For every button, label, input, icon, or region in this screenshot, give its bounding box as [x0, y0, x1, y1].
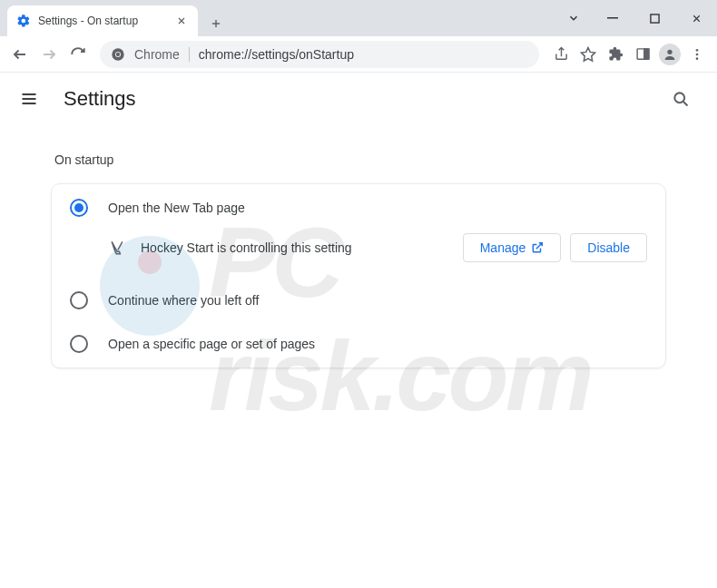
page-title: Settings [64, 87, 646, 111]
svg-rect-7 [643, 49, 648, 59]
radio-selected-icon[interactable] [70, 199, 88, 217]
extension-buttons: Manage Disable [463, 233, 647, 262]
sidepanel-button[interactable] [630, 42, 655, 67]
svg-point-11 [696, 57, 699, 60]
avatar-icon [659, 44, 681, 65]
tab-search-button[interactable] [555, 0, 592, 36]
chrome-logo-icon [111, 47, 125, 62]
svg-rect-0 [607, 17, 618, 19]
share-button[interactable] [548, 42, 574, 67]
svg-point-10 [696, 53, 699, 55]
option-label: Open the New Tab page [108, 201, 245, 215]
tab-strip: Settings - On startup [0, 0, 555, 36]
back-button[interactable] [7, 42, 33, 67]
startup-options-card: Open the New Tab page Hockey Start is co… [51, 183, 666, 368]
option-label: Open a specific page or set of pages [108, 337, 315, 351]
svg-point-4 [116, 52, 120, 55]
settings-header: Settings [0, 73, 717, 125]
omnibox-divider [189, 47, 190, 62]
option-new-tab[interactable]: Open the New Tab page [52, 186, 665, 230]
reload-button[interactable] [65, 42, 91, 67]
manage-button-label: Manage [480, 240, 526, 255]
svg-point-15 [674, 93, 684, 103]
external-link-icon [531, 241, 544, 254]
window-close-button[interactable] [675, 0, 717, 36]
svg-point-8 [667, 49, 672, 54]
gear-icon [16, 14, 31, 28]
chrome-menu-button[interactable] [684, 42, 710, 67]
search-settings-button[interactable] [670, 88, 692, 110]
content-area: On startup Open the New Tab page Hockey … [0, 152, 717, 368]
new-tab-button[interactable] [203, 11, 229, 36]
extension-notice: Hockey Start is controlling this setting… [52, 230, 665, 279]
forward-button[interactable] [36, 42, 62, 67]
svg-line-16 [683, 102, 688, 106]
menu-button[interactable] [18, 88, 40, 110]
disable-button[interactable]: Disable [570, 233, 647, 262]
option-specific-pages[interactable]: Open a specific page or set of pages [52, 322, 665, 366]
window-titlebar: Settings - On startup [0, 0, 717, 36]
option-label: Continue where you left off [108, 293, 259, 308]
browser-toolbar: Chrome chrome://settings/onStartup [0, 36, 717, 73]
profile-button[interactable] [657, 42, 683, 67]
toolbar-right [548, 42, 710, 67]
extensions-button[interactable] [603, 42, 628, 67]
bookmark-button[interactable] [575, 42, 601, 67]
address-bar[interactable]: Chrome chrome://settings/onStartup [100, 41, 539, 68]
hockey-sticks-icon [108, 239, 126, 257]
radio-unselected-icon[interactable] [70, 335, 88, 353]
section-title: On startup [54, 152, 666, 167]
radio-unselected-icon[interactable] [70, 291, 88, 309]
svg-point-9 [696, 49, 699, 52]
maximize-button[interactable] [634, 0, 675, 36]
url-scheme-label: Chrome [134, 47, 180, 62]
close-icon[interactable] [174, 14, 189, 28]
manage-button[interactable]: Manage [463, 233, 562, 262]
tab-title: Settings - On startup [38, 15, 167, 27]
extension-message: Hockey Start is controlling this setting [141, 240, 448, 255]
window-controls [555, 0, 717, 36]
url-text: chrome://settings/onStartup [199, 47, 354, 62]
option-continue[interactable]: Continue where you left off [52, 279, 665, 322]
browser-tab[interactable]: Settings - On startup [7, 5, 198, 36]
svg-rect-1 [650, 14, 658, 22]
minimize-button[interactable] [592, 0, 634, 36]
disable-button-label: Disable [587, 240, 630, 255]
